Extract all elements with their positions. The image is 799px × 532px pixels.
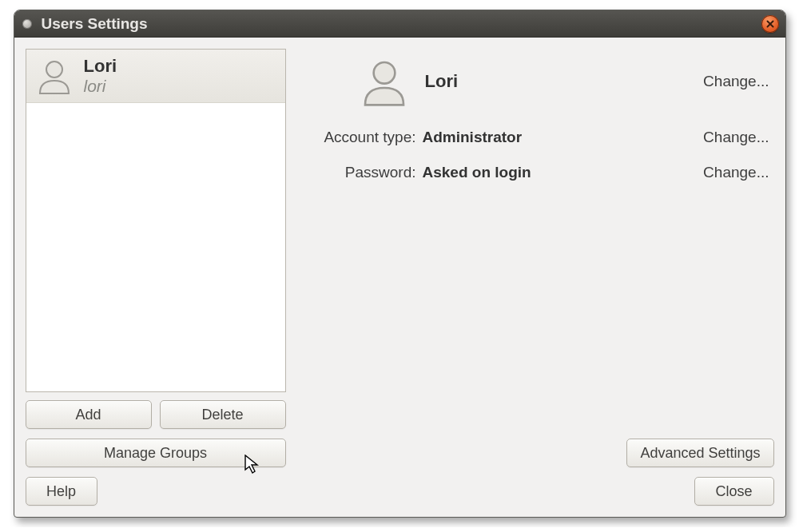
content-area: Lori lori Add Delete Manage Groups Help bbox=[14, 38, 785, 517]
user-list: Lori lori bbox=[26, 49, 286, 392]
svg-point-3 bbox=[373, 62, 395, 84]
window-title: Users Settings bbox=[42, 15, 148, 33]
change-account-type-button[interactable]: Change... bbox=[703, 129, 769, 146]
user-icon bbox=[359, 56, 410, 107]
titlebar[interactable]: Users Settings bbox=[14, 10, 785, 38]
close-icon bbox=[765, 19, 775, 29]
svg-point-2 bbox=[46, 62, 62, 77]
account-type-value: Administrator bbox=[423, 129, 698, 146]
user-avatar bbox=[34, 56, 74, 96]
detail-panel: Lori Change... Account type: Administrat… bbox=[300, 49, 774, 506]
add-button[interactable]: Add bbox=[26, 400, 152, 429]
change-name-button[interactable]: Change... bbox=[703, 73, 769, 90]
detail-fields: Account type: Administrator Change... Pa… bbox=[300, 129, 774, 181]
account-type-label: Account type: bbox=[300, 129, 416, 146]
close-window-button[interactable] bbox=[761, 15, 779, 33]
change-password-button[interactable]: Change... bbox=[703, 164, 769, 181]
user-icon bbox=[35, 57, 74, 95]
users-settings-window: Users Settings Lori bbox=[14, 10, 786, 518]
detail-name: Lori bbox=[425, 71, 459, 92]
password-value: Asked on login bbox=[423, 164, 698, 181]
advanced-settings-button[interactable]: Advanced Settings bbox=[626, 439, 773, 467]
add-delete-row: Add Delete bbox=[26, 400, 286, 429]
user-list-empty-area bbox=[26, 103, 285, 391]
user-list-item[interactable]: Lori lori bbox=[26, 50, 285, 103]
window-menu-icon[interactable] bbox=[22, 19, 32, 29]
sidebar: Lori lori Add Delete Manage Groups Help bbox=[26, 49, 286, 506]
account-type-row: Account type: Administrator Change... bbox=[300, 129, 774, 146]
user-username: lori bbox=[84, 77, 117, 96]
user-display-name: Lori bbox=[84, 56, 117, 76]
user-names: Lori lori bbox=[84, 56, 117, 95]
detail-avatar bbox=[356, 54, 412, 109]
manage-groups-button[interactable]: Manage Groups bbox=[26, 439, 286, 467]
password-label: Password: bbox=[300, 164, 416, 181]
delete-button[interactable]: Delete bbox=[160, 400, 286, 429]
help-button[interactable]: Help bbox=[26, 477, 97, 506]
close-row: Close bbox=[300, 477, 774, 506]
password-row: Password: Asked on login Change... bbox=[300, 164, 774, 181]
detail-header: Lori Change... bbox=[300, 49, 774, 109]
close-button[interactable]: Close bbox=[694, 477, 774, 506]
advanced-settings-row: Advanced Settings bbox=[300, 439, 774, 467]
